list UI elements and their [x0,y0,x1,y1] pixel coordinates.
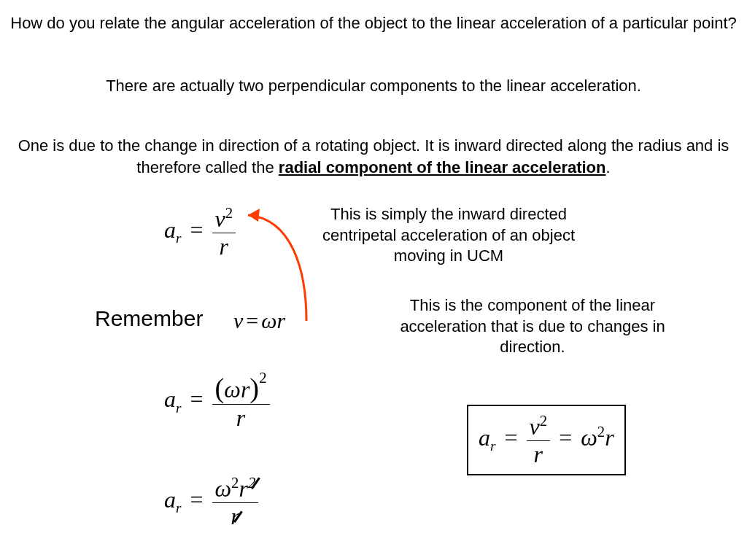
radial-component-term: radial component of the linear accelerat… [279,158,606,176]
statement-line-2: There are actually two perpendicular com… [0,77,747,96]
equation-v-omega-r: v=ωr [233,308,285,333]
note-centripetal: This is simply the inward directed centr… [306,204,591,267]
equation-ar-omegar2: ar = (ωr)2 r [164,372,270,432]
equation-ar-v2r: ar = v2 r [164,204,236,260]
svg-marker-0 [248,209,260,222]
line3-post: . [606,158,611,176]
note-direction-change: This is the component of the linear acce… [387,295,678,358]
equation-ar-simplified: ar = ω2r2 r [164,474,258,530]
remember-label: Remember [95,306,203,331]
statement-line-3: One is due to the change in direction of… [0,135,747,178]
question-heading: How do you relate the angular accelerati… [0,13,747,34]
equation-boxed-result: ar = v2 r = ω2r [467,405,626,475]
